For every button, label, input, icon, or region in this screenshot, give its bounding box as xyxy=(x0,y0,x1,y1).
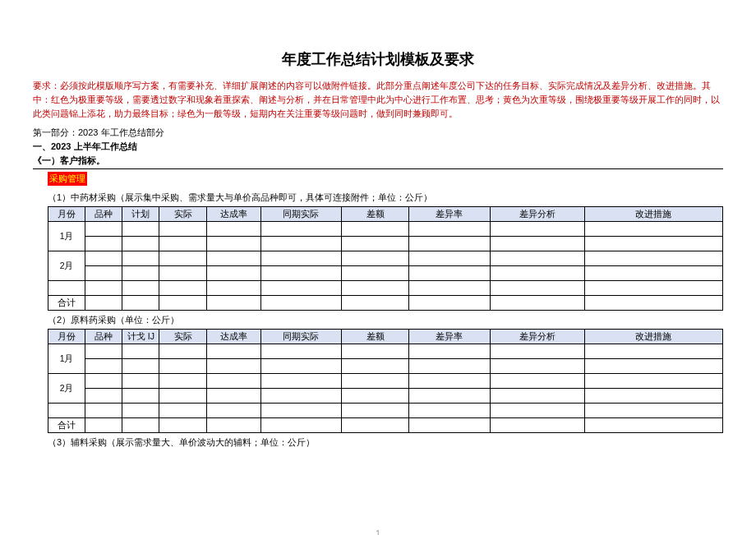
cell xyxy=(260,281,342,296)
th-month: 月份 xyxy=(48,207,85,222)
cell xyxy=(409,374,491,389)
cell xyxy=(584,296,722,311)
highlight-label: 采购管理 xyxy=(48,172,87,186)
cell xyxy=(206,359,260,374)
cell xyxy=(584,374,722,389)
cell xyxy=(409,389,491,404)
th-analysis: 差异分析 xyxy=(490,207,584,222)
table-row: 1月 xyxy=(48,344,723,359)
cell xyxy=(122,404,159,418)
cell xyxy=(206,374,260,389)
cell xyxy=(409,266,491,281)
cell xyxy=(206,281,260,296)
th-action: 改进措施 xyxy=(584,207,722,222)
cell xyxy=(206,266,260,281)
cell xyxy=(342,296,409,311)
th-month: 月份 xyxy=(48,330,85,344)
cell xyxy=(490,374,584,389)
th-diffrate: 差异率 xyxy=(409,330,491,344)
cell-month: 1月 xyxy=(48,344,85,374)
cell xyxy=(48,281,85,296)
cell xyxy=(122,251,159,266)
cell xyxy=(85,237,122,251)
cell xyxy=(409,222,491,237)
cell xyxy=(122,418,159,433)
cell xyxy=(409,359,491,374)
th-plan2: 计戈 IJ xyxy=(122,330,159,344)
cell xyxy=(85,344,122,359)
cell xyxy=(85,251,122,266)
cell xyxy=(490,237,584,251)
cell xyxy=(342,404,409,418)
cell xyxy=(490,344,584,359)
page-number: 1 xyxy=(376,529,380,535)
cell xyxy=(584,222,722,237)
cell xyxy=(584,251,722,266)
table-row: 2月 xyxy=(48,251,723,266)
table2: 月份 品种 计戈 IJ 实际 达成率 同期实际 差额 差异率 差异分析 改进措施… xyxy=(48,329,723,433)
cell xyxy=(260,418,342,433)
table1: 月份 品种 计划 实际 达成率 同期实际 差额 差异率 差异分析 改进措施 1月… xyxy=(48,206,723,311)
cell xyxy=(159,404,206,418)
table-row xyxy=(48,389,723,404)
cell xyxy=(490,389,584,404)
document-page: 年度工作总结计划模板及要求 要求：必须按此模版顺序写方案，有需要补充、详细扩展阐… xyxy=(0,0,756,535)
cell xyxy=(584,281,722,296)
requirement-text: 要求：必须按此模版顺序写方案，有需要补充、详细扩展阐述的内容可以做附件链接。此部… xyxy=(33,79,723,120)
cell xyxy=(490,359,584,374)
cell xyxy=(584,266,722,281)
cell xyxy=(342,374,409,389)
cell xyxy=(85,404,122,418)
section1-heading: 一、2023 上半年工作总结 xyxy=(33,141,723,153)
table-row xyxy=(48,266,723,281)
cell xyxy=(85,266,122,281)
cell xyxy=(584,389,722,404)
cell xyxy=(584,404,722,418)
cell xyxy=(122,344,159,359)
cell-total: 合计 xyxy=(48,296,85,311)
cell xyxy=(122,374,159,389)
cell xyxy=(260,404,342,418)
cell xyxy=(206,418,260,433)
cell xyxy=(159,296,206,311)
cell xyxy=(584,237,722,251)
cell xyxy=(342,359,409,374)
cell xyxy=(159,222,206,237)
cell xyxy=(342,266,409,281)
th-actual: 实际 xyxy=(159,207,206,222)
th-diff: 差额 xyxy=(342,330,409,344)
cell xyxy=(85,222,122,237)
cell xyxy=(206,344,260,359)
cell xyxy=(260,389,342,404)
cell xyxy=(409,251,491,266)
table3-title: （3）辅料采购（展示需求量大、单价波动大的辅料；单位：公斤） xyxy=(48,436,723,449)
cell xyxy=(85,418,122,433)
th-rate: 达成率 xyxy=(206,330,260,344)
cell xyxy=(342,418,409,433)
th-plan: 计划 xyxy=(122,207,159,222)
cell xyxy=(122,237,159,251)
th-actual: 实际 xyxy=(159,330,206,344)
th-action: 改进措施 xyxy=(584,330,722,344)
table-row: 合计 xyxy=(48,418,723,433)
cell xyxy=(122,281,159,296)
cell xyxy=(490,266,584,281)
cell xyxy=(342,251,409,266)
cell xyxy=(159,266,206,281)
table-row: 1月 xyxy=(48,222,723,237)
cell xyxy=(260,237,342,251)
cell xyxy=(342,222,409,237)
cell xyxy=(159,418,206,433)
cell xyxy=(206,296,260,311)
kpi-heading: 《一）客户指标。 xyxy=(33,155,723,169)
cell xyxy=(122,266,159,281)
cell xyxy=(85,359,122,374)
cell xyxy=(342,281,409,296)
th-rate: 达成率 xyxy=(206,207,260,222)
cell xyxy=(260,222,342,237)
th-diffrate: 差异率 xyxy=(409,207,491,222)
cell xyxy=(490,418,584,433)
cell xyxy=(206,222,260,237)
th-diff: 差额 xyxy=(342,207,409,222)
cell xyxy=(342,237,409,251)
